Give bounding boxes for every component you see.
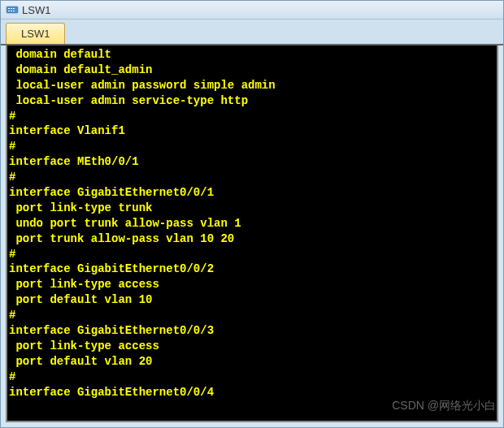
- terminal-line: #: [9, 170, 495, 185]
- terminal-window: LSW1 LSW1 domain default domain default_…: [0, 0, 504, 428]
- svg-rect-3: [13, 8, 15, 9]
- terminal-line: port link-type trunk: [9, 201, 495, 216]
- svg-rect-5: [11, 11, 12, 11]
- terminal-line: port trunk allow-pass vlan 10 20: [9, 231, 495, 247]
- terminal-line: domain default_admin: [9, 63, 495, 78]
- window-title: LSW1: [22, 4, 50, 16]
- terminal-line: interface MEth0/0/1: [9, 154, 495, 170]
- terminal-line: interface GigabitEthernet0/0/1: [9, 185, 495, 201]
- terminal-line: port default vlan 20: [9, 354, 495, 370]
- svg-rect-6: [13, 11, 15, 11]
- terminal-line: #: [9, 139, 495, 154]
- svg-rect-2: [11, 8, 12, 9]
- tab-lsw1[interactable]: LSW1: [6, 23, 65, 44]
- terminal-line: interface GigabitEthernet0/0/2: [9, 262, 495, 277]
- terminal-line: local-user admin service-type http: [9, 93, 495, 109]
- svg-rect-1: [8, 8, 10, 9]
- terminal-line: port link-type access: [9, 339, 495, 354]
- terminal-line: #: [9, 109, 495, 124]
- svg-rect-4: [8, 11, 10, 11]
- terminal-line: #: [9, 370, 495, 385]
- titlebar[interactable]: LSW1: [1, 1, 503, 19]
- svg-rect-0: [7, 6, 18, 13]
- tab-label: LSW1: [21, 28, 50, 40]
- terminal-line: interface Vlanif1: [9, 123, 495, 139]
- terminal-line: undo port trunk allow-pass vlan 1: [9, 216, 495, 231]
- tab-strip: LSW1: [1, 19, 503, 45]
- terminal-line: domain default: [9, 47, 495, 63]
- terminal-line: interface GigabitEthernet0/0/4: [9, 385, 495, 400]
- terminal-line: #: [9, 247, 495, 262]
- switch-icon: [6, 3, 19, 16]
- terminal-line: port link-type access: [9, 277, 495, 292]
- terminal-output[interactable]: domain default domain default_admin loca…: [6, 45, 498, 422]
- terminal-line: port default vlan 10: [9, 292, 495, 308]
- terminal-line: local-user admin password simple admin: [9, 78, 495, 93]
- terminal-line: #: [9, 308, 495, 323]
- terminal-line: interface GigabitEthernet0/0/3: [9, 323, 495, 339]
